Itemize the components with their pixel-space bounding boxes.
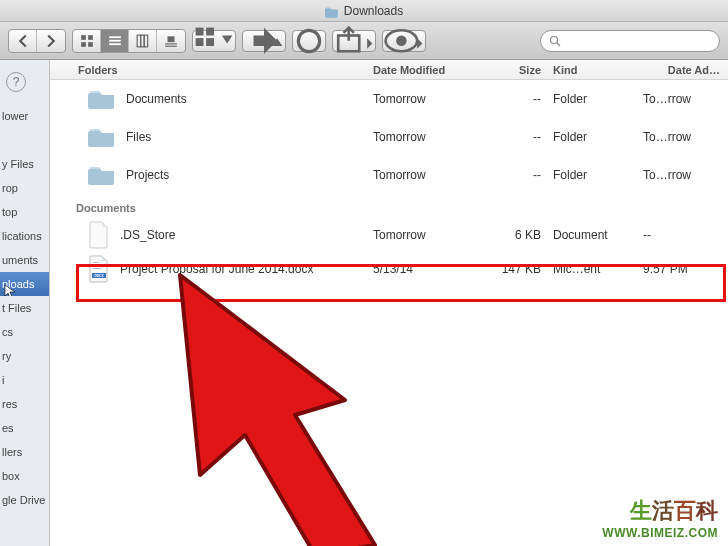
sidebar-item[interactable]: cs [0,320,49,344]
file-date: Tomorrow [373,168,483,182]
svg-point-17 [298,30,319,51]
help-icon[interactable]: ? [6,72,26,92]
list-view-button[interactable] [101,30,129,52]
svg-point-20 [396,35,407,46]
svg-text:DOCX: DOCX [94,274,104,278]
column-name[interactable]: Folders [50,64,373,76]
sidebar-item[interactable]: i [0,368,49,392]
sidebar-item[interactable]: lower [0,104,49,128]
watermark-text: 生活百科 [602,496,718,526]
file-size: 6 KB [483,228,553,242]
sidebar-item[interactable]: y Files [0,152,49,176]
sidebar-item[interactable]: es [0,416,49,440]
column-date-added[interactable]: Date Ad… [643,64,728,76]
action-button[interactable] [242,30,286,52]
sidebar-item[interactable]: ry [0,344,49,368]
sidebar: ? lower y Files rop top lications uments… [0,60,50,546]
file-size: -- [483,92,553,106]
watermark-url: WWW.BIMEIZ.COM [602,526,718,540]
svg-line-22 [557,43,560,46]
svg-rect-16 [206,38,214,46]
file-row[interactable]: Projects Tomorrow -- Folder To…rrow [50,156,728,194]
svg-rect-14 [206,27,214,35]
toolbar [0,22,728,60]
svg-rect-2 [81,42,86,47]
watermark: 生活百科 WWW.BIMEIZ.COM [602,496,718,540]
search-box[interactable] [540,30,720,52]
sidebar-item[interactable]: res [0,392,49,416]
search-input[interactable] [565,35,711,47]
sidebar-item[interactable]: box [0,464,49,488]
sidebar-item[interactable]: uments [0,248,49,272]
svg-rect-0 [81,35,86,40]
svg-rect-10 [168,36,175,42]
file-kind: Folder [553,92,643,106]
folder-icon [325,4,339,18]
document-icon [88,221,110,249]
file-size: -- [483,130,553,144]
file-name: Files [126,130,151,144]
file-row[interactable]: DOCX Project Proposal for June 2014.docx… [50,252,728,286]
svg-rect-11 [165,43,177,44]
file-name: .DS_Store [120,228,175,242]
arrange-button[interactable] [192,30,236,52]
sidebar-item-downloads[interactable]: nloads [0,272,49,296]
svg-rect-6 [109,43,121,45]
column-kind[interactable]: Kind [553,64,643,76]
file-date: Tomorrow [373,130,483,144]
quicklook-button[interactable] [382,30,426,52]
file-size: -- [483,168,553,182]
back-button[interactable] [9,30,37,52]
search-icon [549,35,561,47]
cursor-icon [4,284,18,296]
file-list: Folders Date Modified Size Kind Date Ad…… [50,60,728,546]
file-size: 147 KB [483,262,553,276]
sidebar-item[interactable] [0,128,49,152]
column-date-modified[interactable]: Date Modified [373,64,483,76]
window-titlebar: Downloads [0,0,728,22]
svg-rect-25 [93,262,99,263]
icon-view-button[interactable] [73,30,101,52]
file-added: -- [643,228,728,242]
file-name: Projects [126,168,169,182]
sidebar-item[interactable]: gle Drive [0,488,49,512]
file-row[interactable]: .DS_Store Tomorrow 6 KB Document -- [50,218,728,252]
column-size[interactable]: Size [483,64,553,76]
svg-rect-15 [196,38,204,46]
docx-icon: DOCX [88,255,110,283]
coverflow-view-button[interactable] [157,30,185,52]
file-added: 9:57 PM [643,262,728,276]
svg-point-21 [551,36,558,43]
share-button[interactable] [332,30,376,52]
file-date: Tomorrow [373,228,483,242]
file-kind: Document [553,228,643,242]
forward-button[interactable] [37,30,65,52]
svg-rect-1 [88,35,93,40]
sidebar-item[interactable]: llers [0,440,49,464]
svg-rect-26 [93,264,103,265]
folder-icon [88,126,116,148]
folder-icon [88,88,116,110]
sidebar-item[interactable]: top [0,200,49,224]
file-kind: Mic…ent [553,262,643,276]
file-kind: Folder [553,168,643,182]
file-added: To…rrow [643,168,728,182]
svg-rect-13 [196,27,204,35]
view-buttons [72,29,186,53]
file-name: Documents [126,92,187,106]
svg-rect-28 [93,268,101,269]
svg-rect-4 [109,36,121,38]
column-header: Folders Date Modified Size Kind Date Ad… [50,60,728,80]
file-row[interactable]: Documents Tomorrow -- Folder To…rrow [50,80,728,118]
column-view-button[interactable] [129,30,157,52]
file-row[interactable]: Files Tomorrow -- Folder To…rrow [50,118,728,156]
edit-tags-button[interactable] [292,30,326,52]
sidebar-item[interactable]: lications [0,224,49,248]
sidebar-item[interactable]: rop [0,176,49,200]
file-name: Project Proposal for June 2014.docx [120,262,313,276]
sidebar-item[interactable]: t Files [0,296,49,320]
svg-rect-3 [88,42,93,47]
file-date: Tomorrow [373,92,483,106]
window-title: Downloads [344,4,403,18]
file-added: To…rrow [643,92,728,106]
